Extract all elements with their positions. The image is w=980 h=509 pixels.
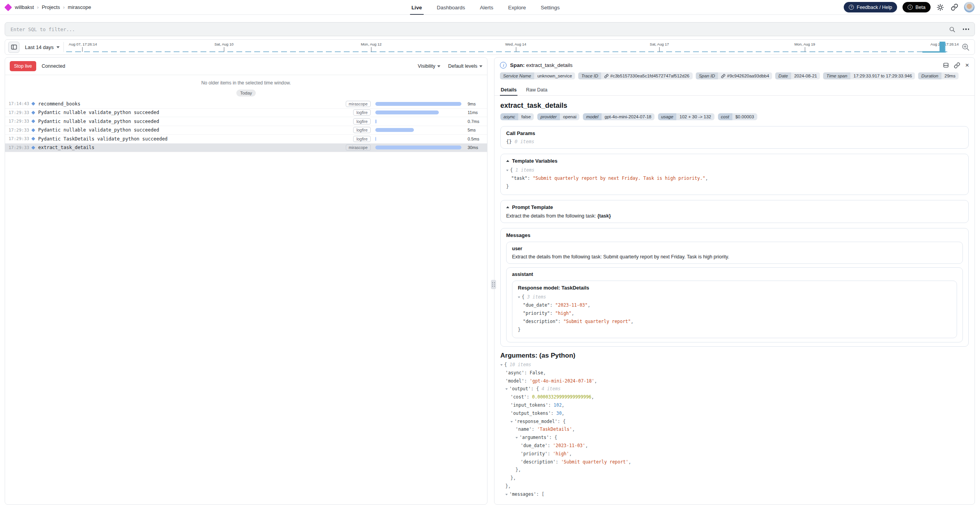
duration-bar xyxy=(375,128,414,132)
tab-live[interactable]: Live xyxy=(412,0,422,15)
dock-panel-icon[interactable] xyxy=(943,62,949,68)
row-tag-badge: logfire xyxy=(353,127,371,133)
message-role: user xyxy=(512,246,957,251)
json-viewer[interactable]: { 3 items"due_date": "2023-11-03","prior… xyxy=(518,293,951,334)
row-duration: 5ms xyxy=(463,128,484,132)
template-variables-title[interactable]: Template Variables xyxy=(506,158,963,164)
breadcrumb-org[interactable]: willbakst xyxy=(15,4,34,10)
tab-raw-data[interactable]: Raw Data xyxy=(525,85,548,95)
main-tabs: Live Dashboards Alerts Explore Settings xyxy=(412,0,560,15)
trace-id-chip[interactable]: Trace ID #c3b5157330ea5c1fd4572747af512d… xyxy=(578,72,693,79)
copy-link-icon[interactable] xyxy=(954,62,960,68)
user-avatar[interactable] xyxy=(964,2,975,12)
prompt-template-title[interactable]: Prompt Template xyxy=(506,204,963,210)
duration-chip: Duration 29ms xyxy=(918,72,959,79)
connection-status: Connected xyxy=(42,63,65,69)
row-duration: 0.7ms xyxy=(463,119,484,124)
duration-bar-track xyxy=(375,119,463,124)
log-row[interactable]: 17:29:33 Pydantic nullable validate_pyth… xyxy=(5,126,487,135)
breadcrumb: willbakst › Projects › mirascope xyxy=(5,4,91,10)
time-selection-region[interactable] xyxy=(940,42,945,52)
row-timestamp: 17:29:33 xyxy=(9,119,31,124)
today-divider: Today xyxy=(236,90,256,97)
tab-alerts[interactable]: Alerts xyxy=(480,0,493,15)
span-diamond-icon xyxy=(32,128,35,132)
live-trace-panel: Stop live Connected Visibility Default l… xyxy=(5,57,487,505)
axis-tick: Aug 07, 17:26:14 xyxy=(69,42,97,46)
question-icon: ? xyxy=(849,5,854,10)
json-viewer[interactable]: { 1 items"task": "Submit quarterly repor… xyxy=(506,166,963,191)
duration-bar-track xyxy=(375,137,463,141)
row-tag-badge: mirascope xyxy=(346,144,371,151)
row-duration: 30ms xyxy=(463,145,484,150)
stop-live-button[interactable]: Stop live xyxy=(10,61,36,71)
span-diamond-icon xyxy=(32,137,35,141)
messages-card: Messages user Extract the details from t… xyxy=(500,228,969,347)
axis-tick: Mon, Aug 19 xyxy=(805,42,825,46)
info-icon: i xyxy=(908,5,913,10)
empty-window-message: No older items in the selected time wind… xyxy=(5,80,487,86)
span-info-icon: i xyxy=(500,62,507,68)
service-name-chip: Service Name unknown_service xyxy=(500,72,575,79)
tab-explore[interactable]: Explore xyxy=(508,0,526,15)
close-icon[interactable]: × xyxy=(965,62,969,68)
breadcrumb-projects[interactable]: Projects xyxy=(42,4,60,10)
model-badge: modelgpt-4o-mini-2024-07-18 xyxy=(583,113,655,120)
link-icon xyxy=(604,74,609,78)
log-row[interactable]: 17:29:33 Pydantic nullable validate_pyth… xyxy=(5,117,487,126)
arguments-json-viewer[interactable]: { 10 items'async': False,'model': 'gpt-4… xyxy=(500,361,969,498)
span-id-chip[interactable]: Span ID #9c942620aa93dbb4 xyxy=(696,72,772,79)
row-tag-badge: mirascope xyxy=(346,101,371,107)
log-row[interactable]: 17:29:33 Pydantic nullable validate_pyth… xyxy=(5,109,487,118)
default-levels-dropdown[interactable]: Default levels xyxy=(448,63,482,69)
logfire-logo-icon[interactable] xyxy=(4,4,12,11)
time-axis[interactable]: Aug 07, 17:26:14 Sat, Aug 10 Mon, Aug 12… xyxy=(66,40,958,54)
axis-tick: Sat, Aug 10 xyxy=(224,42,243,46)
breadcrumb-project[interactable]: mirascope xyxy=(68,4,91,10)
tab-details[interactable]: Details xyxy=(500,85,517,95)
time-span-chip: Time span 17:29:33.917 to 17:29:33.946 xyxy=(823,72,915,79)
response-model-title: Response model: TaskDetails xyxy=(518,285,951,291)
log-row[interactable]: 17:14:43 recommend_books mirascope 9ms xyxy=(5,100,487,109)
user-message-card: user Extract the details from the follow… xyxy=(506,242,963,264)
row-name: Pydantic TaskDetails validate_python suc… xyxy=(38,136,167,142)
sql-filter-input[interactable] xyxy=(11,26,948,32)
beta-button[interactable]: i Beta xyxy=(903,2,931,12)
row-timestamp: 17:29:33 xyxy=(9,145,31,150)
axis-tick: Aug 21, 17:26:14 xyxy=(956,42,980,46)
async-badge: asyncfalse xyxy=(500,113,534,120)
row-duration: 9ms xyxy=(463,102,484,106)
duration-bar xyxy=(375,111,439,114)
log-row[interactable]: 17:29:33 Pydantic TaskDetails validate_p… xyxy=(5,135,487,144)
tab-settings[interactable]: Settings xyxy=(541,0,560,15)
time-range-dropdown[interactable]: Last 14 days xyxy=(23,44,63,50)
row-name: Pydantic nullable validate_python succee… xyxy=(38,119,159,124)
span-detail-panel: i Span: extract_task_details xyxy=(494,57,975,505)
panel-resize-handle[interactable] xyxy=(491,280,496,289)
messages-title: Messages xyxy=(506,232,963,238)
sql-filter-bar xyxy=(5,22,975,36)
timeline-bar: Last 14 days Aug 07, 17:26:14 Sat, Aug 1… xyxy=(5,39,975,55)
message-role: assistant xyxy=(512,272,957,277)
row-name: recommend_books xyxy=(38,101,80,107)
duration-bar xyxy=(375,102,461,106)
sidebar-toggle-button[interactable] xyxy=(8,42,19,53)
breadcrumb-separator: › xyxy=(37,5,39,10)
log-row-selected[interactable]: 17:29:33 extract_task_details mirascope … xyxy=(5,144,487,153)
provider-badge: provideropenai xyxy=(537,113,579,120)
tab-dashboards[interactable]: Dashboards xyxy=(437,0,465,15)
axis-dashed-line xyxy=(66,51,947,52)
theme-toggle-icon[interactable] xyxy=(936,3,945,12)
visibility-dropdown[interactable]: Visibility xyxy=(418,63,440,69)
chevron-down-icon xyxy=(479,65,482,67)
search-icon[interactable] xyxy=(948,25,957,33)
more-options-button[interactable] xyxy=(963,28,969,30)
template-variables-card: Template Variables { 1 items"task": "Sub… xyxy=(500,154,969,195)
feedback-help-button[interactable]: ? Feedback / Help xyxy=(844,2,897,12)
arguments-title: Arguments: (as Python) xyxy=(500,352,969,360)
share-link-icon[interactable] xyxy=(950,3,959,12)
row-tag-badge: logfire xyxy=(353,136,371,142)
call-params-card: Call Params {} 0 items xyxy=(500,126,969,149)
response-model-card: Response model: TaskDetails { 3 items"du… xyxy=(512,281,957,338)
assistant-message-card: assistant Response model: TaskDetails { … xyxy=(506,267,963,342)
